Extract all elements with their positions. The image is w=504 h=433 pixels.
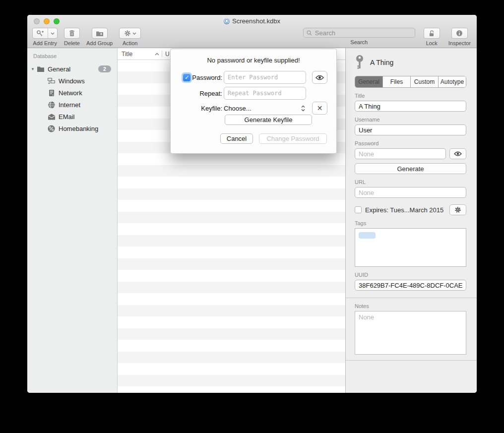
sidebar-item-label: Internet [59,101,80,109]
repeat-label: Repeat: [199,90,222,97]
title-field[interactable] [355,101,466,112]
sidebar-item-internet[interactable]: Internet [27,99,117,111]
keyfile-value: Choose... [224,105,252,112]
sidebar-group-label: General [48,65,70,73]
eye-icon [315,75,324,80]
uuid-label: UUID [355,272,466,278]
sidebar-item-label: EMail [59,113,75,121]
unlocked-padlock-icon [429,30,435,37]
search-tool: Search [303,28,415,45]
eye-icon [454,151,462,156]
delete-tool: Delete [64,28,80,46]
title-field-label: Title [355,93,466,99]
repeat-password-input[interactable] [224,87,306,100]
key-icon [355,55,365,70]
title-column-label: Title [122,51,132,58]
sidebar-item-homebanking[interactable]: Homebanking [27,123,117,134]
dialog-message: No password or keyfile supplied! [171,57,336,64]
lock-label: Lock [426,40,438,46]
add-entry-label: Add Entry [33,40,57,46]
sidebar-item-label: Windows [59,77,85,85]
info-icon [456,30,463,37]
sidebar-item-windows[interactable]: Windows [27,75,117,87]
divider [346,360,477,361]
lock-button[interactable] [424,28,440,39]
tag-pill[interactable] [359,232,376,239]
keyfile-row: Keyfile: Choose... ✕ [171,102,327,115]
internet-icon [47,101,56,109]
change-password-button[interactable]: Change Password [259,133,327,144]
column-header-username[interactable]: U [162,51,170,58]
folder-icon [36,65,45,73]
sidebar-item-label: Homebanking [59,125,98,132]
reveal-password-button[interactable] [449,148,466,159]
enter-password-input[interactable] [224,71,306,84]
password-field-label: Password [355,140,466,146]
add-group-tool: Add Group [86,28,113,46]
column-header-title[interactable]: Title [118,51,162,58]
divider [346,298,477,298]
add-group-button[interactable] [92,28,108,39]
search-field[interactable] [303,28,415,38]
search-icon [307,30,312,36]
cancel-button[interactable]: Cancel [220,133,253,144]
expires-checkbox[interactable] [355,206,362,213]
expires-settings-button[interactable] [449,204,466,215]
sidebar-item-general[interactable]: ▼ General 2 [27,63,117,75]
entry-title: A Thing [370,59,393,66]
trash-icon [69,30,75,37]
gear-icon [124,30,131,37]
window-title: Screenshot.kdbx [232,17,280,25]
disclosure-triangle-icon[interactable]: ▼ [29,67,36,71]
add-group-label: Add Group [86,40,113,46]
url-field[interactable] [355,187,466,198]
screen: Screenshot.kdbx Add Entry [0,0,504,433]
gear-icon [454,206,461,213]
url-field-label: URL [355,179,466,185]
inspector-button[interactable] [451,28,468,39]
chevron-down-icon [132,32,136,35]
action-button[interactable] [119,28,141,39]
email-icon [47,113,56,121]
uuid-field[interactable] [355,280,466,291]
search-input[interactable] [314,29,412,37]
sidebar-item-email[interactable]: EMail [27,111,117,123]
generate-password-button[interactable]: Generate [355,163,466,174]
inspector-tool: Inspector [448,28,471,46]
tab-general[interactable]: General [355,76,383,87]
tags-field[interactable] [355,228,466,267]
toolbar-right: Search Lock Inspector [303,28,471,46]
window-header: Screenshot.kdbx Add Entry [27,15,477,48]
password-field[interactable] [355,148,446,159]
delete-button[interactable] [64,28,80,39]
app-window: Screenshot.kdbx Add Entry [27,15,477,393]
tab-autotype[interactable]: Autotype [439,76,466,87]
key-plus-icon [33,28,48,38]
tab-files[interactable]: Files [383,76,411,87]
tab-custom[interactable]: Custom [411,76,439,87]
keyfile-popup[interactable]: Choose... [224,102,306,115]
sidebar: Database ▼ General 2 Windows [27,48,118,393]
inspector-label: Inspector [448,40,471,46]
stepper-icon [301,105,305,112]
lock-tool: Lock [424,28,440,46]
password-checkbox[interactable]: ✓ [183,74,190,81]
expires-row: Expires: Tues...March 2015 [355,204,466,215]
username-field[interactable] [355,124,466,135]
windows-icon [47,77,56,85]
add-entry-button[interactable] [32,28,58,39]
network-icon [47,89,56,97]
inspector-panel: A Thing General Files Custom Autotype Ti… [345,48,477,393]
generate-keyfile-button[interactable]: Generate Keyfile [225,115,312,125]
clear-keyfile-button[interactable]: ✕ [312,102,327,115]
notes-label: Notes [355,303,466,309]
sidebar-item-label: Network [59,89,82,97]
tags-label: Tags [355,220,466,226]
repeat-row: Repeat: [171,87,306,100]
sidebar-header: Database [27,53,117,59]
reveal-password-button[interactable] [312,71,327,84]
sidebar-item-network[interactable]: Network [27,87,117,99]
password-label: Password: [192,74,222,81]
add-entry-dropdown[interactable] [48,28,57,38]
notes-field[interactable] [355,311,466,355]
